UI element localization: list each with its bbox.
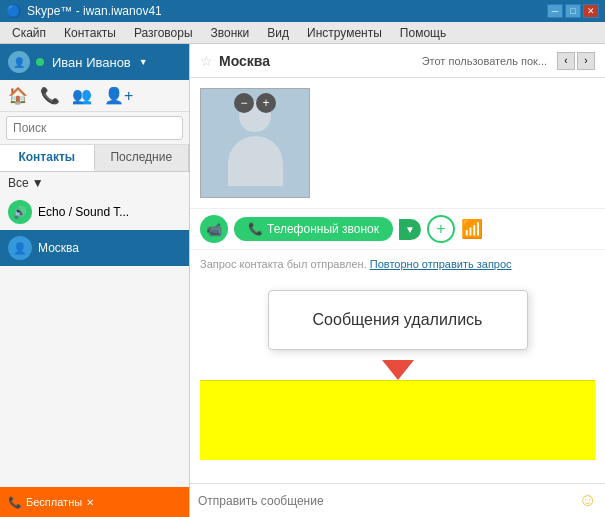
tooltip-arrow-icon <box>382 360 414 380</box>
restore-button[interactable]: □ <box>565 4 581 18</box>
call-buttons: 📹 📞 Телефонный звонок ▼ + 📶 <box>190 209 605 250</box>
avatar-controls: − + <box>234 93 276 113</box>
yellow-highlight-area <box>200 380 595 460</box>
star-icon[interactable]: ☆ <box>200 53 213 69</box>
next-button[interactable]: › <box>577 52 595 70</box>
contact-avatar: 👤 <box>8 236 32 260</box>
chevron-down-icon[interactable]: ▼ <box>139 57 148 67</box>
tabs: Контакты Последние <box>0 145 189 172</box>
contact-name: Москва <box>38 241 79 255</box>
phone-call-dropdown[interactable]: ▼ <box>399 219 421 240</box>
contact-city: Москва <box>219 53 270 69</box>
filter-label: Все <box>8 176 29 190</box>
filter-arrow-icon: ▼ <box>32 176 44 190</box>
status-dot <box>36 58 44 66</box>
menu-bar: Скайп Контакты Разговоры Звонки Вид Инст… <box>0 22 605 44</box>
app-icon: 🔵 <box>6 4 21 18</box>
window-title: Skype™ - iwan.iwanov41 <box>27 4 162 18</box>
search-box <box>0 112 189 145</box>
contact-name: Echo / Sound T... <box>38 205 129 219</box>
zoom-in-button[interactable]: + <box>256 93 276 113</box>
tooltip-wrapper: Сообщения удалились <box>200 280 595 380</box>
menu-calls[interactable]: Звонки <box>203 24 258 42</box>
close-button[interactable]: ✕ <box>583 4 599 18</box>
contact-filter[interactable]: Все ▼ <box>0 172 189 194</box>
promo-label: Бесплатны <box>26 496 82 508</box>
menu-view[interactable]: Вид <box>259 24 297 42</box>
left-panel: 👤 Иван Иванов ▼ 🏠 📞 👥 👤+ Контакты Послед… <box>0 44 190 517</box>
resend-request-link[interactable]: Повторно отправить запрос <box>370 258 512 270</box>
tooltip-box: Сообщения удалились <box>268 290 528 350</box>
contact-list: 🔊 Echo / Sound T... 👤 Москва <box>0 194 189 487</box>
right-panel: ☆ Москва Этот пользователь пок... ‹ › − … <box>190 44 605 517</box>
message-input[interactable] <box>198 494 573 508</box>
user-header: 👤 Иван Иванов ▼ <box>0 44 189 80</box>
request-text: Запрос контакта был отправлен. Повторно … <box>200 258 595 270</box>
menu-skype[interactable]: Скайп <box>4 24 54 42</box>
contact-header: ☆ Москва Этот пользователь пок... ‹ › <box>190 44 605 78</box>
title-bar: 🔵 Skype™ - iwan.iwanov41 ─ □ ✕ <box>0 0 605 22</box>
tab-contacts[interactable]: Контакты <box>0 145 95 171</box>
signal-icon: 📶 <box>461 218 483 240</box>
profile-avatar: − + <box>200 88 310 198</box>
tooltip-text: Сообщения удалились <box>313 311 483 329</box>
prev-button[interactable]: ‹ <box>557 52 575 70</box>
list-item[interactable]: 🔊 Echo / Sound T... <box>0 194 189 230</box>
avatar-figure <box>220 101 290 186</box>
list-item[interactable]: 👤 Москва <box>0 230 189 266</box>
minimize-button[interactable]: ─ <box>547 4 563 18</box>
main-layout: 👤 Иван Иванов ▼ 🏠 📞 👥 👤+ Контакты Послед… <box>0 44 605 517</box>
info-text: Этот пользователь пок... <box>276 55 547 67</box>
promo-bar: 📞 Бесплатны ✕ <box>0 487 189 517</box>
nav-arrows: ‹ › <box>557 52 595 70</box>
search-input[interactable] <box>6 116 183 140</box>
home-button[interactable]: 🏠 <box>8 86 28 105</box>
tab-recent[interactable]: Последние <box>95 145 190 171</box>
promo-close-button[interactable]: ✕ <box>86 497 94 508</box>
chat-area: Запрос контакта был отправлен. Повторно … <box>190 250 605 483</box>
zoom-out-button[interactable]: − <box>234 93 254 113</box>
message-input-area: ☺ <box>190 483 605 517</box>
contact-avatar: 🔊 <box>8 200 32 224</box>
avatar-body <box>228 136 283 185</box>
user-name: Иван Иванов <box>52 55 131 70</box>
emoji-button[interactable]: ☺ <box>579 490 597 511</box>
menu-tools[interactable]: Инструменты <box>299 24 390 42</box>
phone-button[interactable]: 📞 <box>40 86 60 105</box>
title-bar-controls: ─ □ ✕ <box>547 4 599 18</box>
menu-help[interactable]: Помощь <box>392 24 454 42</box>
video-call-button[interactable]: 📹 <box>200 215 228 243</box>
phone-call-button[interactable]: 📞 Телефонный звонок <box>234 217 393 241</box>
menu-contacts[interactable]: Контакты <box>56 24 124 42</box>
add-button[interactable]: + <box>427 215 455 243</box>
menu-conversations[interactable]: Разговоры <box>126 24 201 42</box>
avatar: 👤 <box>8 51 30 73</box>
title-bar-left: 🔵 Skype™ - iwan.iwanov41 <box>6 4 162 18</box>
action-buttons: 🏠 📞 👥 👤+ <box>0 80 189 112</box>
promo-icon: 📞 <box>8 496 22 509</box>
profile-area: − + <box>190 78 605 209</box>
contacts-button[interactable]: 👥 <box>72 86 92 105</box>
add-contact-button[interactable]: 👤+ <box>104 86 133 105</box>
phone-icon: 📞 <box>248 222 263 236</box>
